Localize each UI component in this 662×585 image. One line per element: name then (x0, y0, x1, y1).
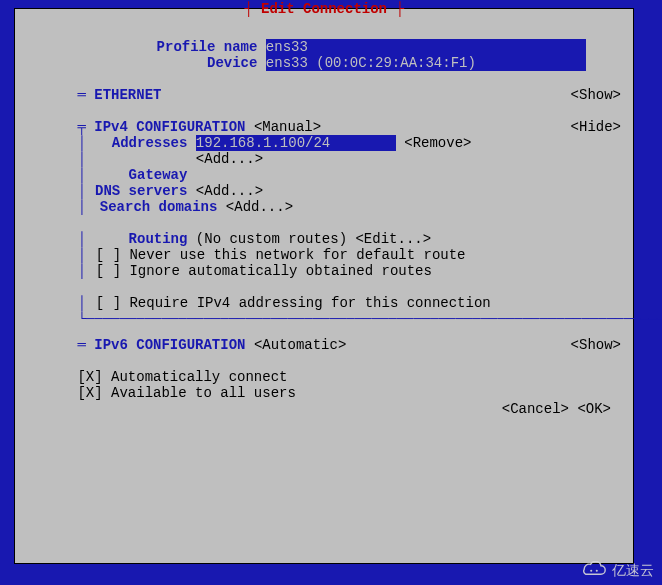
watermark: 亿速云 (580, 561, 654, 579)
cloud-icon (580, 561, 608, 579)
dns-label: DNS servers (87, 183, 187, 199)
watermark-text: 亿速云 (612, 562, 654, 578)
address-remove-button[interactable]: <Remove> (404, 135, 471, 151)
svg-point-0 (590, 570, 592, 572)
ethernet-show-button[interactable]: <Show> (571, 87, 621, 103)
cancel-button[interactable]: <Cancel> (502, 401, 569, 417)
device-input[interactable]: ens33 (00:0C:29:AA:34:F1) (266, 55, 586, 71)
ipv4-mode-select[interactable]: <Manual> (254, 119, 321, 135)
all-users-checkbox[interactable]: [X] Available to all users (77, 385, 295, 401)
ok-button[interactable]: <OK> (577, 401, 611, 417)
ipv6-section-label: IPv6 CONFIGURATION (94, 337, 245, 353)
ipv4-marker: ╤ (77, 119, 85, 135)
ethernet-section-label: ETHERNET (94, 87, 161, 103)
profile-name-label: Profile name (77, 39, 257, 55)
ethernet-marker: ═ (77, 87, 85, 103)
ignore-routes-checkbox[interactable]: [ ] Ignore automatically obtained routes (96, 263, 432, 279)
routing-edit-button[interactable]: <Edit...> (355, 231, 431, 247)
profile-name-input[interactable]: ens33 (266, 39, 586, 55)
gateway-label: Gateway (87, 167, 187, 183)
ipv4-section-end: └───────────────────────────────────────… (77, 311, 87, 327)
content-area: Profile name ens33 Device ens33 (00:0C:2… (15, 9, 633, 427)
require-ipv4-checkbox[interactable]: [ ] Require IPv4 addressing for this con… (96, 295, 491, 311)
routing-label: Routing (87, 231, 187, 247)
search-domains-label: Search domains (87, 199, 217, 215)
ipv6-show-button[interactable]: <Show> (571, 337, 621, 353)
ipv4-hide-button[interactable]: <Hide> (571, 119, 621, 135)
dns-add-button[interactable]: <Add...> (196, 183, 263, 199)
addresses-label: Addresses (87, 135, 187, 151)
svg-point-1 (596, 570, 598, 572)
dialog-window: ┤ Edit Connection ├ Profile name ens33 D… (14, 8, 634, 564)
address-input[interactable]: 192.168.1.100/24 (196, 135, 396, 151)
never-default-checkbox[interactable]: [ ] Never use this network for default r… (96, 247, 466, 263)
ipv4-section-label: IPv4 CONFIGURATION (94, 119, 245, 135)
ipv6-mode-select[interactable]: <Automatic> (254, 337, 346, 353)
ipv6-marker: ═ (77, 337, 85, 353)
window-title: ┤ Edit Connection ├ (240, 1, 408, 17)
device-label: Device (77, 55, 257, 71)
search-domains-add-button[interactable]: <Add...> (226, 199, 293, 215)
auto-connect-checkbox[interactable]: [X] Automatically connect (77, 369, 287, 385)
routing-value: (No custom routes) (196, 231, 347, 247)
address-add-button[interactable]: <Add...> (196, 151, 263, 167)
